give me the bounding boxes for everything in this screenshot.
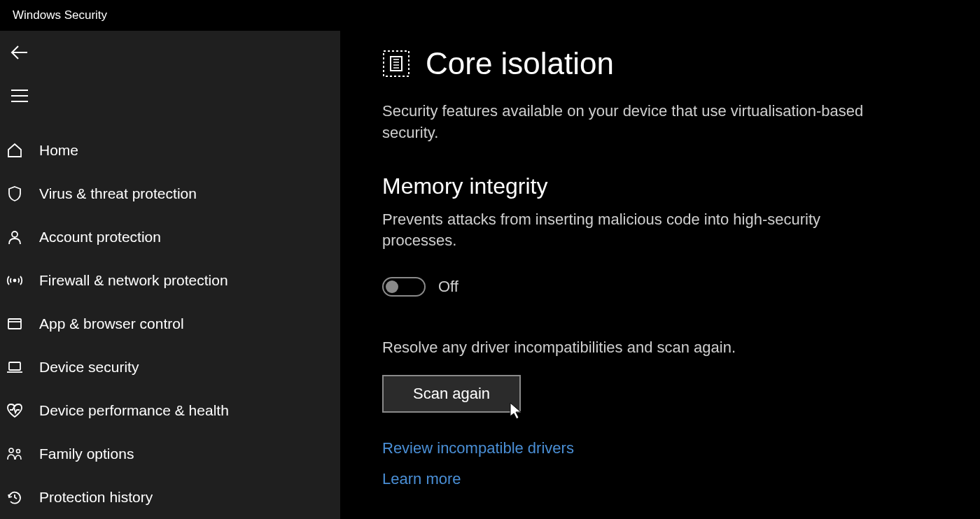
- sidebar-item-home[interactable]: Home: [0, 129, 340, 172]
- window-title: Windows Security: [0, 0, 980, 31]
- person-icon: [6, 228, 24, 246]
- svg-point-11: [17, 450, 20, 453]
- sidebar-item-label: Family options: [39, 446, 134, 462]
- sidebar-item-device-security[interactable]: Device security: [0, 346, 340, 389]
- history-icon: [6, 488, 24, 506]
- sidebar-item-label: Device performance & health: [39, 402, 229, 419]
- svg-point-4: [12, 232, 18, 237]
- resolve-info-text: Resolve any driver incompatibilities and…: [382, 339, 938, 357]
- window-icon: [6, 315, 24, 333]
- sidebar: Home Virus & threat protection Acco: [0, 31, 340, 519]
- scan-again-button[interactable]: Scan again: [382, 375, 521, 413]
- sidebar-item-history[interactable]: Protection history: [0, 476, 340, 519]
- sidebar-item-label: Device security: [39, 359, 139, 376]
- learn-more-link[interactable]: Learn more: [382, 470, 938, 488]
- heart-activity-icon: [6, 401, 24, 420]
- back-button[interactable]: [3, 36, 36, 69]
- sidebar-item-label: Virus & threat protection: [39, 185, 197, 202]
- sidebar-item-label: Protection history: [39, 489, 153, 506]
- back-arrow-icon: [10, 45, 29, 60]
- page-subtitle: Security features available on your devi…: [382, 101, 914, 144]
- toggle-knob: [386, 280, 398, 293]
- sidebar-item-firewall[interactable]: Firewall & network protection: [0, 259, 340, 302]
- page-title: Core isolation: [426, 46, 614, 81]
- memory-integrity-heading: Memory integrity: [382, 173, 938, 199]
- svg-rect-8: [9, 362, 20, 370]
- svg-rect-13: [391, 57, 402, 71]
- laptop-icon: [6, 358, 24, 376]
- sidebar-item-label: Home: [39, 142, 78, 159]
- sidebar-item-label: Firewall & network protection: [39, 272, 228, 289]
- memory-integrity-desc: Prevents attacks from inserting maliciou…: [382, 209, 872, 253]
- main-content: Core isolation Security features availab…: [340, 31, 980, 519]
- home-icon: [6, 141, 24, 159]
- sidebar-item-app-browser[interactable]: App & browser control: [0, 302, 340, 346]
- svg-point-10: [9, 448, 13, 453]
- sidebar-item-performance[interactable]: Device performance & health: [0, 389, 340, 432]
- family-icon: [6, 445, 24, 463]
- sidebar-nav: Home Virus & threat protection Acco: [0, 129, 340, 519]
- memory-integrity-toggle[interactable]: [382, 277, 426, 297]
- svg-rect-12: [384, 51, 409, 76]
- broadcast-icon: [6, 271, 24, 290]
- core-isolation-icon: [382, 50, 410, 78]
- shield-icon: [6, 185, 24, 203]
- sidebar-item-account[interactable]: Account protection: [0, 215, 340, 259]
- sidebar-item-virus[interactable]: Virus & threat protection: [0, 172, 340, 215]
- sidebar-item-label: Account protection: [39, 229, 161, 246]
- toggle-state-label: Off: [438, 278, 458, 296]
- hamburger-button[interactable]: [3, 80, 36, 112]
- sidebar-item-family[interactable]: Family options: [0, 432, 340, 476]
- svg-rect-6: [8, 319, 21, 329]
- sidebar-item-label: App & browser control: [39, 315, 184, 332]
- svg-point-5: [14, 280, 16, 282]
- review-drivers-link[interactable]: Review incompatible drivers: [382, 439, 938, 457]
- hamburger-icon: [11, 90, 28, 102]
